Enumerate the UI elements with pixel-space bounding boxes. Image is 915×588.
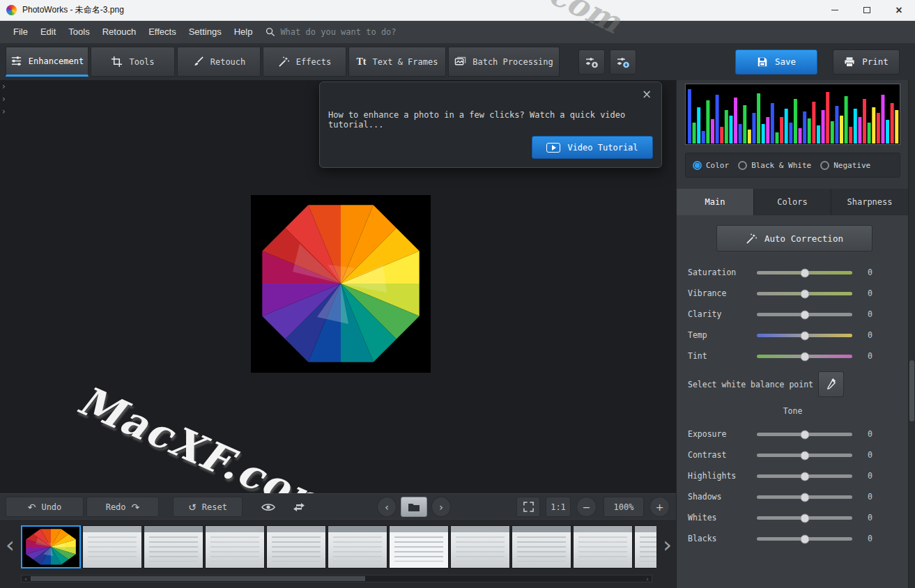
video-tutorial-button[interactable]: Video Tutorial <box>532 136 653 159</box>
ratio-label: 1:1 <box>551 502 566 512</box>
save-button[interactable]: Save <box>735 49 817 75</box>
contrast-slider-track[interactable] <box>757 454 852 457</box>
before-after-button[interactable] <box>286 497 312 517</box>
filmstrip-scrollbar[interactable]: ‹ › <box>21 575 652 582</box>
close-button[interactable]: × <box>883 0 915 20</box>
chevron-right-icon[interactable]: › <box>2 95 6 104</box>
panel-scrollbar[interactable] <box>908 80 915 588</box>
filmstrip-thumbnail[interactable] <box>573 525 633 568</box>
menu-settings[interactable]: Settings <box>183 21 228 43</box>
tab-batch-processing[interactable]: Batch Processing <box>448 47 560 77</box>
menu-effects[interactable]: Effects <box>142 21 183 43</box>
fit-to-screen-button[interactable] <box>516 497 540 517</box>
search-input[interactable] <box>280 27 440 37</box>
undo-button[interactable]: ↶ Undo <box>6 497 84 517</box>
tab-main[interactable]: Main <box>677 189 754 215</box>
slider-handle[interactable] <box>800 493 809 502</box>
chevron-left-icon: ‹ <box>385 502 389 513</box>
slider-handle[interactable] <box>800 331 809 340</box>
vibrance-slider-track[interactable] <box>757 292 852 295</box>
popup-message: How to enhance a photo in a few clicks? … <box>328 110 661 130</box>
slider-value: 0 <box>868 513 872 523</box>
tab-text-frames[interactable]: Tt Text & Frames <box>348 47 446 77</box>
menu-file[interactable]: File <box>7 21 34 43</box>
slider-handle[interactable] <box>800 513 809 523</box>
minimize-button[interactable] <box>819 0 851 20</box>
images-stack-icon <box>454 56 466 68</box>
maximize-icon <box>863 7 870 13</box>
filmstrip-thumbnail[interactable] <box>266 525 326 568</box>
zoom-in-button[interactable]: + <box>649 497 670 517</box>
tab-tools[interactable]: Tools <box>91 47 175 77</box>
shadows-slider-track[interactable] <box>757 495 852 499</box>
slider-value: 0 <box>868 450 872 460</box>
filmstrip-thumbnail[interactable] <box>144 525 203 568</box>
actual-size-button[interactable]: 1:1 <box>546 497 571 517</box>
filmstrip-thumbnail[interactable] <box>389 525 449 568</box>
chevron-right-icon[interactable]: › <box>2 82 6 91</box>
filmstrip-thumbnail[interactable] <box>512 525 571 568</box>
slider-handle[interactable] <box>800 451 809 460</box>
menu-tools[interactable]: Tools <box>62 21 95 43</box>
slider-handle[interactable] <box>800 534 809 543</box>
slider-handle[interactable] <box>800 430 809 439</box>
negative-mode-radio[interactable]: Negative <box>820 161 870 170</box>
zoom-out-button[interactable]: − <box>576 497 597 517</box>
next-photo-button[interactable]: › <box>431 497 451 517</box>
filmstrip-thumbnail[interactable] <box>450 525 510 568</box>
filmstrip-thumbnail[interactable] <box>634 525 656 568</box>
slider-handle[interactable] <box>800 268 809 277</box>
black-white-mode-radio[interactable]: Black & White <box>738 161 811 170</box>
tab-effects[interactable]: Effects <box>263 47 346 77</box>
filmstrip-prev-button[interactable]: ‹ <box>6 531 15 559</box>
tint-slider-track[interactable] <box>757 355 852 358</box>
slider-handle[interactable] <box>800 352 809 361</box>
download-preset-button[interactable] <box>610 49 636 75</box>
reset-button[interactable]: ↺ Reset <box>173 497 243 517</box>
preview-original-button[interactable] <box>255 497 282 517</box>
highlights-slider-track[interactable] <box>757 474 852 478</box>
slider-handle[interactable] <box>800 289 809 298</box>
slider-handle[interactable] <box>800 310 809 319</box>
exposure-slider-track[interactable] <box>757 433 852 436</box>
filmstrip-thumbnail[interactable] <box>21 525 81 568</box>
menu-edit[interactable]: Edit <box>34 21 62 43</box>
filmstrip-thumbnail[interactable] <box>205 525 265 568</box>
open-folder-button[interactable] <box>401 497 427 517</box>
slider-label: Shadows <box>688 492 721 502</box>
print-button[interactable]: Print <box>833 49 900 75</box>
white-balance-picker-button[interactable] <box>818 371 844 397</box>
filmstrip-thumbnails <box>21 525 656 568</box>
search-icon <box>266 27 275 37</box>
slider-handle[interactable] <box>800 472 809 481</box>
filmstrip-thumbnail[interactable] <box>82 525 142 568</box>
filmstrip-thumbnail[interactable] <box>328 525 387 568</box>
menu-help[interactable]: Help <box>228 21 259 43</box>
previous-photo-button[interactable]: ‹ <box>377 497 397 517</box>
tab-sharpness[interactable]: Sharpness <box>831 189 909 215</box>
add-preset-button[interactable] <box>578 49 605 75</box>
redo-button[interactable]: Redo ↷ <box>86 497 159 517</box>
tab-retouch[interactable]: Retouch <box>177 47 261 77</box>
saturation-slider-track[interactable] <box>757 271 852 274</box>
scroll-left-arrow[interactable]: ‹ <box>22 575 30 582</box>
panel-scrollbar-thumb[interactable] <box>909 360 914 421</box>
blacks-slider-track[interactable] <box>757 537 852 541</box>
maximize-button[interactable] <box>851 0 883 20</box>
auto-correction-button[interactable]: Auto Correction <box>716 225 872 252</box>
scroll-right-arrow[interactable]: › <box>643 575 652 582</box>
color-mode-radio[interactable]: Color <box>693 161 729 170</box>
redo-label: Redo <box>106 502 126 512</box>
tab-colors[interactable]: Colors <box>754 189 831 215</box>
radio-selected-icon <box>693 161 702 170</box>
clarity-slider-track[interactable] <box>757 313 852 316</box>
tab-enhancement[interactable]: Enhancement <box>6 47 89 77</box>
temp-slider-track[interactable] <box>757 334 852 337</box>
filmstrip-scrollbar-thumb[interactable] <box>31 576 365 581</box>
edited-photo[interactable] <box>251 195 431 373</box>
filmstrip-next-button[interactable]: › <box>663 531 672 559</box>
chevron-right-icon[interactable]: › <box>2 107 6 116</box>
menu-retouch[interactable]: Retouch <box>96 21 142 43</box>
whites-slider-track[interactable] <box>757 516 852 520</box>
popup-close-button[interactable]: × <box>639 86 654 102</box>
